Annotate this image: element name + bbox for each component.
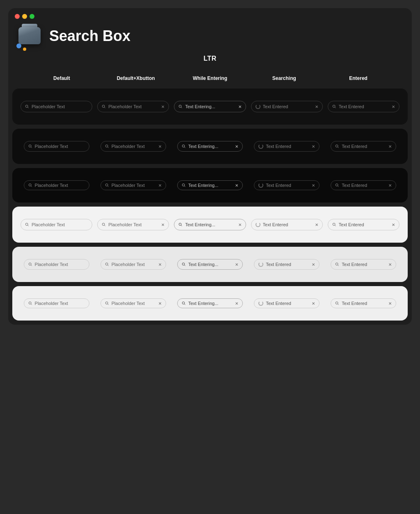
search-box-defaultx-light-sm[interactable]: Placeholder Text ✕ bbox=[100, 298, 166, 308]
search-icon bbox=[178, 105, 183, 109]
clear-icon[interactable]: ✕ bbox=[312, 262, 315, 267]
search-placeholder: Placeholder Text bbox=[35, 183, 85, 188]
search-icon bbox=[182, 301, 186, 305]
search-icon bbox=[102, 223, 106, 227]
search-box-default-light-sm[interactable]: Placeholder Text bbox=[24, 298, 89, 308]
search-box-searching-dark-large[interactable]: Text Entered ✕ bbox=[251, 101, 323, 112]
search-icon bbox=[28, 301, 32, 305]
search-box-entered-dark-sm[interactable]: Text Entered ✕ bbox=[331, 180, 396, 190]
search-box-defaultx-light-med[interactable]: Placeholder Text ✕ bbox=[100, 259, 166, 270]
search-icon bbox=[105, 301, 109, 305]
search-box-entering-dark-med[interactable]: Text Entering... ✕ bbox=[177, 141, 243, 152]
search-icon bbox=[335, 183, 339, 187]
search-box-entered-dark-large[interactable]: Text Entered ✕ bbox=[328, 101, 399, 112]
search-entered-text: Text Entered bbox=[266, 301, 309, 306]
panel-content: Placeholder Text Placeholder Text ✕ bbox=[21, 141, 399, 152]
svg-line-37 bbox=[184, 265, 185, 266]
panel-content: Placeholder Text Placeholder Text ✕ bbox=[21, 259, 399, 270]
search-box-default-dark-large[interactable]: Placeholder Text bbox=[21, 101, 92, 112]
search-box-entered-dark-med[interactable]: Text Entered ✕ bbox=[331, 141, 396, 152]
search-box-entering-light-med[interactable]: Text Entering... ✕ bbox=[177, 259, 243, 270]
search-placeholder: Placeholder Text bbox=[112, 262, 156, 267]
search-placeholder: Placeholder Text bbox=[108, 222, 159, 227]
search-icon bbox=[182, 262, 186, 266]
traffic-lights bbox=[8, 8, 412, 19]
clear-icon[interactable]: ✕ bbox=[235, 262, 238, 267]
clear-icon[interactable]: ✕ bbox=[388, 144, 392, 149]
clear-icon[interactable]: ✕ bbox=[388, 183, 392, 188]
clear-icon[interactable]: ✕ bbox=[235, 183, 238, 188]
search-box-searching-light-large[interactable]: Text Entered ✕ bbox=[251, 219, 323, 230]
search-placeholder: Placeholder Text bbox=[108, 104, 159, 109]
col-header-searching: Searching bbox=[247, 75, 321, 81]
search-box-entering-light-large[interactable]: Text Entering... ✕ bbox=[174, 219, 246, 230]
page-title: Search Box bbox=[49, 27, 130, 45]
svg-line-39 bbox=[338, 265, 339, 266]
search-box-searching-light-med[interactable]: Text Entered ✕ bbox=[254, 259, 320, 270]
search-entering-text: Text Entering... bbox=[185, 222, 235, 227]
spinner-icon bbox=[258, 262, 263, 267]
svg-line-3 bbox=[105, 107, 105, 108]
app-icon bbox=[16, 23, 43, 49]
search-placeholder: Placeholder Text bbox=[112, 183, 156, 188]
svg-line-9 bbox=[31, 147, 32, 148]
svg-line-15 bbox=[338, 147, 339, 148]
clear-icon[interactable]: ✕ bbox=[392, 223, 395, 227]
clear-icon[interactable]: ✕ bbox=[388, 262, 392, 267]
search-icon bbox=[332, 223, 336, 227]
search-box-default-dark-med[interactable]: Placeholder Text bbox=[24, 141, 89, 152]
panel-dark-medium: Placeholder Text Placeholder Text ✕ bbox=[12, 129, 408, 164]
clear-icon[interactable]: ✕ bbox=[238, 223, 242, 227]
clear-icon[interactable]: ✕ bbox=[315, 223, 318, 227]
search-box-default-light-large[interactable]: Placeholder Text bbox=[21, 219, 92, 230]
search-box-entered-light-sm[interactable]: Text Entered ✕ bbox=[331, 298, 396, 308]
search-box-defaultx-light-large[interactable]: Placeholder Text ✕ bbox=[97, 219, 169, 230]
clear-icon[interactable]: ✕ bbox=[161, 105, 164, 109]
minimize-button[interactable] bbox=[22, 14, 27, 19]
search-box-entered-light-large[interactable]: Text Entered ✕ bbox=[328, 219, 399, 230]
search-box-entered-light-med[interactable]: Text Entered ✕ bbox=[331, 259, 396, 270]
search-placeholder: Placeholder Text bbox=[35, 144, 85, 149]
clear-icon[interactable]: ✕ bbox=[161, 223, 164, 227]
search-box-entering-dark-large[interactable]: Text Entering... ✕ bbox=[174, 101, 246, 112]
clear-icon[interactable]: ✕ bbox=[392, 105, 395, 109]
search-box-defaultx-dark-sm[interactable]: Placeholder Text ✕ bbox=[100, 180, 166, 190]
clear-icon[interactable]: ✕ bbox=[158, 301, 162, 306]
maximize-button[interactable] bbox=[30, 14, 34, 19]
clear-icon[interactable]: ✕ bbox=[235, 301, 238, 306]
search-box-searching-dark-sm[interactable]: Text Entered ✕ bbox=[254, 180, 320, 190]
svg-line-13 bbox=[184, 147, 185, 148]
clear-icon[interactable]: ✕ bbox=[388, 301, 392, 306]
search-box-searching-light-sm[interactable]: Text Entered ✕ bbox=[254, 298, 320, 308]
clear-icon[interactable]: ✕ bbox=[238, 105, 242, 109]
clear-icon[interactable]: ✕ bbox=[312, 144, 315, 149]
search-box-defaultx-dark-med[interactable]: Placeholder Text ✕ bbox=[100, 141, 166, 152]
search-entered-text: Text Entered bbox=[266, 183, 309, 188]
search-icon bbox=[178, 223, 183, 227]
spinner-icon bbox=[258, 144, 263, 149]
search-entering-text: Text Entering... bbox=[188, 144, 233, 149]
svg-line-29 bbox=[181, 225, 182, 226]
clear-icon[interactable]: ✕ bbox=[158, 183, 162, 188]
clear-icon[interactable]: ✕ bbox=[158, 262, 162, 267]
search-entered-text: Text Entered bbox=[342, 144, 386, 149]
clear-icon[interactable]: ✕ bbox=[315, 105, 318, 109]
svg-line-35 bbox=[107, 265, 108, 266]
search-box-entering-dark-sm[interactable]: Text Entering... ✕ bbox=[177, 180, 243, 190]
search-box-defaultx-dark-large[interactable]: Placeholder Text ✕ bbox=[97, 101, 169, 112]
spinner-icon bbox=[256, 222, 260, 227]
clear-icon[interactable]: ✕ bbox=[312, 301, 315, 306]
clear-icon[interactable]: ✕ bbox=[312, 183, 315, 188]
search-entered-text: Text Entered bbox=[266, 262, 309, 267]
search-box-default-dark-sm[interactable]: Placeholder Text bbox=[24, 180, 89, 190]
search-icon bbox=[25, 223, 29, 227]
clear-icon[interactable]: ✕ bbox=[235, 144, 238, 149]
clear-icon[interactable]: ✕ bbox=[158, 144, 162, 149]
search-entered-text: Text Entered bbox=[342, 301, 386, 306]
close-button[interactable] bbox=[15, 14, 20, 19]
search-entered-text: Text Entered bbox=[342, 262, 386, 267]
search-box-entering-light-sm[interactable]: Text Entering... ✕ bbox=[177, 298, 243, 308]
spinner-icon bbox=[256, 104, 260, 109]
search-box-default-light-med[interactable]: Placeholder Text bbox=[24, 259, 89, 270]
search-box-searching-dark-med[interactable]: Text Entered ✕ bbox=[254, 141, 320, 152]
